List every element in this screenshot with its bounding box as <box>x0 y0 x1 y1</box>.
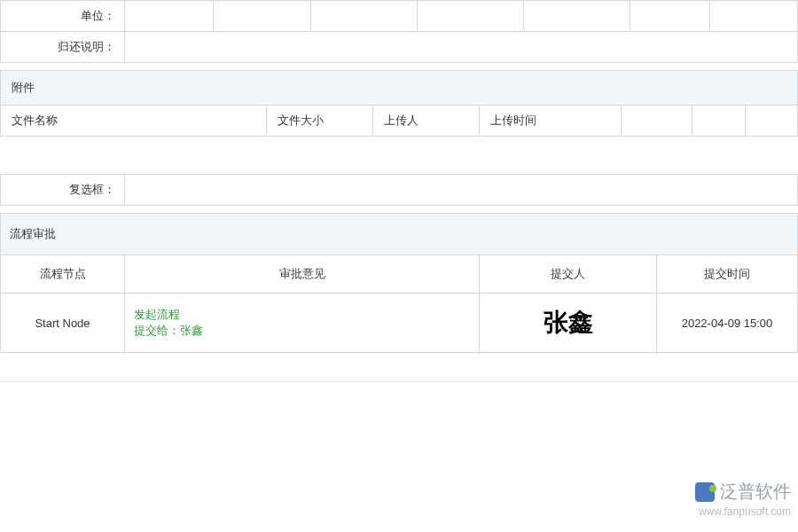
submit-to-prefix: 提交给： <box>134 324 180 337</box>
col-upload-time: 上传时间 <box>480 106 622 137</box>
approval-section: 流程审批 流程节点 审批意见 提交人 提交时间 Start Node 发起流程 … <box>0 213 798 353</box>
submit-to-name: 张鑫 <box>180 324 203 337</box>
col-file-size: 文件大小 <box>267 106 373 137</box>
brand-line: 泛普软件 <box>695 480 791 504</box>
col-node: 流程节点 <box>1 255 125 293</box>
return-note-row: 归还说明： <box>1 32 798 63</box>
submit-time-value: 2022-04-09 15:00 <box>657 293 798 353</box>
approval-header-row: 流程审批 <box>1 214 798 255</box>
unit-row: 单位： <box>1 1 798 32</box>
return-note-value[interactable] <box>125 32 798 63</box>
form-table: 单位： 归还说明： <box>0 0 798 63</box>
attachments-header-row: 附件 <box>1 71 798 106</box>
attachments-title: 附件 <box>1 71 798 106</box>
opinion-cell: 发起流程 提交给：张鑫 <box>125 293 480 353</box>
col-submitter: 提交人 <box>480 255 657 293</box>
brand-name: 泛普软件 <box>720 480 791 504</box>
col-blank-3 <box>746 106 798 137</box>
attachments-columns-row: 文件名称 文件大小 上传人 上传时间 <box>1 106 798 137</box>
checkbox-label: 复选框： <box>1 175 125 206</box>
unit-label: 单位： <box>1 1 125 32</box>
col-submit-time: 提交时间 <box>657 255 798 293</box>
node-value: Start Node <box>1 293 125 353</box>
unit-cell-2[interactable] <box>214 1 311 32</box>
unit-cell-6[interactable] <box>630 1 710 32</box>
unit-cell-4[interactable] <box>418 1 524 32</box>
col-opinion: 审批意见 <box>125 255 480 293</box>
unit-cell-7[interactable] <box>710 1 798 32</box>
col-blank-1 <box>622 106 692 137</box>
brand-logo-icon <box>695 482 715 502</box>
unit-cell-3[interactable] <box>311 1 418 32</box>
col-file-name: 文件名称 <box>1 106 267 137</box>
spacer-1 <box>0 137 798 174</box>
checkbox-table: 复选框： <box>0 174 798 206</box>
branding: 泛普软件 www.fanpusoft.com <box>695 480 791 518</box>
approval-title: 流程审批 <box>1 214 798 255</box>
checkbox-value[interactable] <box>125 175 798 206</box>
opinion-action: 发起流程 <box>134 307 470 323</box>
unit-cell-5[interactable] <box>524 1 630 32</box>
unit-cell-1[interactable] <box>125 1 214 32</box>
submitter-cell: 张鑫 <box>480 293 657 353</box>
col-blank-2 <box>692 106 746 137</box>
opinion-submit-to: 提交给：张鑫 <box>134 323 470 339</box>
checkbox-row: 复选框： <box>1 175 798 206</box>
attachments-section: 附件 文件名称 文件大小 上传人 上传时间 <box>0 70 798 137</box>
approval-row-0: Start Node 发起流程 提交给：张鑫 张鑫 2022-04-09 15:… <box>1 293 798 353</box>
brand-url: www.fanpusoft.com <box>695 505 791 518</box>
return-note-label: 归还说明： <box>1 32 125 63</box>
bottom-area: 泛普软件 www.fanpusoft.com <box>0 381 798 532</box>
signature-image: 张鑫 <box>544 309 593 336</box>
approval-columns-row: 流程节点 审批意见 提交人 提交时间 <box>1 255 798 293</box>
col-uploader: 上传人 <box>373 106 480 137</box>
